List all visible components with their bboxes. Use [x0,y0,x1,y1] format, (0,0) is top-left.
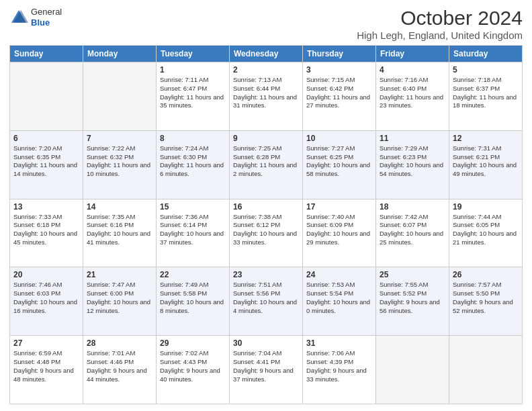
cell-info: Sunrise: 7:16 AM Sunset: 6:40 PM Dayligh… [380,76,445,110]
th-thursday: Thursday [303,46,376,62]
day-number: 29 [160,338,226,348]
title-block: October 2024 High Legh, England, United … [357,7,523,41]
cell-info: Sunrise: 7:24 AM Sunset: 6:30 PM Dayligh… [160,144,226,179]
cell-info: Sunrise: 7:29 AM Sunset: 6:23 PM Dayligh… [380,144,445,179]
cell-info: Sunrise: 7:46 AM Sunset: 6:03 PM Dayligh… [13,281,79,315]
calendar-table: Sunday Monday Tuesday Wednesday Thursday… [9,45,523,404]
day-number: 22 [160,270,226,279]
week-row-5: 27Sunrise: 6:59 AM Sunset: 4:48 PM Dayli… [10,336,523,404]
cell-info: Sunrise: 7:55 AM Sunset: 5:52 PM Dayligh… [380,281,445,315]
day-number: 24 [306,270,372,279]
cell-info: Sunrise: 7:47 AM Sunset: 6:00 PM Dayligh… [87,281,152,315]
day-number: 1 [160,65,226,75]
th-monday: Monday [83,46,157,62]
day-number: 17 [306,202,372,212]
day-number: 10 [306,134,372,143]
calendar-cell-w3-d0: 13Sunrise: 7:33 AM Sunset: 6:18 PM Dayli… [10,199,83,267]
th-friday: Friday [376,46,449,62]
day-number: 7 [87,134,152,143]
cell-info: Sunrise: 6:59 AM Sunset: 4:48 PM Dayligh… [13,349,79,383]
cell-info: Sunrise: 7:51 AM Sunset: 5:56 PM Dayligh… [233,281,299,315]
calendar-cell-w5-d0: 27Sunrise: 6:59 AM Sunset: 4:48 PM Dayli… [10,336,83,404]
day-number: 4 [380,65,445,75]
calendar-cell-w3-d6: 19Sunrise: 7:44 AM Sunset: 6:05 PM Dayli… [449,199,523,267]
calendar-cell-w1-d4: 3Sunrise: 7:15 AM Sunset: 6:42 PM Daylig… [303,62,376,131]
day-number: 12 [453,134,519,143]
cell-info: Sunrise: 7:33 AM Sunset: 6:18 PM Dayligh… [13,213,79,247]
subtitle: High Legh, England, United Kingdom [357,30,523,41]
calendar-cell-w2-d4: 10Sunrise: 7:27 AM Sunset: 6:25 PM Dayli… [303,130,376,199]
main-title: October 2024 [357,7,523,30]
cell-info: Sunrise: 7:20 AM Sunset: 6:35 PM Dayligh… [13,144,79,179]
page: General Blue October 2024 High Legh, Eng… [0,0,532,411]
day-number: 25 [380,270,445,279]
calendar-cell-w2-d5: 11Sunrise: 7:29 AM Sunset: 6:23 PM Dayli… [376,130,449,199]
calendar-cell-w4-d3: 23Sunrise: 7:51 AM Sunset: 5:56 PM Dayli… [230,267,303,336]
calendar-cell-w5-d1: 28Sunrise: 7:01 AM Sunset: 4:46 PM Dayli… [83,336,157,404]
cell-info: Sunrise: 7:44 AM Sunset: 6:05 PM Dayligh… [453,213,519,247]
calendar-cell-w4-d1: 21Sunrise: 7:47 AM Sunset: 6:00 PM Dayli… [83,267,157,336]
calendar-cell-w4-d6: 26Sunrise: 7:57 AM Sunset: 5:50 PM Dayli… [449,267,523,336]
calendar-cell-w3-d4: 17Sunrise: 7:40 AM Sunset: 6:09 PM Dayli… [303,199,376,267]
calendar-cell-w5-d5 [376,336,449,404]
calendar-cell-w2-d0: 6Sunrise: 7:20 AM Sunset: 6:35 PM Daylig… [10,130,83,199]
calendar-cell-w4-d0: 20Sunrise: 7:46 AM Sunset: 6:03 PM Dayli… [10,267,83,336]
day-number: 27 [13,338,79,348]
day-number: 5 [453,65,519,75]
day-number: 21 [87,270,152,279]
calendar-cell-w2-d3: 9Sunrise: 7:25 AM Sunset: 6:28 PM Daylig… [230,130,303,199]
calendar-cell-w5-d4: 31Sunrise: 7:06 AM Sunset: 4:39 PM Dayli… [303,336,376,404]
calendar-cell-w5-d6 [449,336,523,404]
cell-info: Sunrise: 7:25 AM Sunset: 6:28 PM Dayligh… [233,144,299,179]
day-number: 23 [233,270,299,279]
day-number: 31 [306,338,372,348]
logo-text: General Blue [31,7,62,28]
week-row-1: 1Sunrise: 7:11 AM Sunset: 6:47 PM Daylig… [10,62,523,131]
cell-info: Sunrise: 7:01 AM Sunset: 4:46 PM Dayligh… [87,349,152,383]
day-number: 19 [453,202,519,212]
cell-info: Sunrise: 7:57 AM Sunset: 5:50 PM Dayligh… [453,281,519,315]
calendar-cell-w3-d3: 16Sunrise: 7:38 AM Sunset: 6:12 PM Dayli… [230,199,303,267]
header: General Blue October 2024 High Legh, Eng… [9,7,523,41]
cell-info: Sunrise: 7:27 AM Sunset: 6:25 PM Dayligh… [306,144,372,179]
week-row-4: 20Sunrise: 7:46 AM Sunset: 6:03 PM Dayli… [10,267,523,336]
cell-info: Sunrise: 7:49 AM Sunset: 5:58 PM Dayligh… [160,281,226,315]
day-number: 28 [87,338,152,348]
day-number: 2 [233,65,299,75]
week-row-2: 6Sunrise: 7:20 AM Sunset: 6:35 PM Daylig… [10,130,523,199]
cell-info: Sunrise: 7:13 AM Sunset: 6:44 PM Dayligh… [233,76,299,110]
cell-info: Sunrise: 7:11 AM Sunset: 6:47 PM Dayligh… [160,76,226,110]
calendar-cell-w2-d1: 7Sunrise: 7:22 AM Sunset: 6:32 PM Daylig… [83,130,157,199]
day-number: 26 [453,270,519,279]
cell-info: Sunrise: 7:22 AM Sunset: 6:32 PM Dayligh… [87,144,152,179]
calendar-cell-w3-d5: 18Sunrise: 7:42 AM Sunset: 6:07 PM Dayli… [376,199,449,267]
cell-info: Sunrise: 7:06 AM Sunset: 4:39 PM Dayligh… [306,349,372,383]
day-number: 18 [380,202,445,212]
calendar-cell-w2-d6: 12Sunrise: 7:31 AM Sunset: 6:21 PM Dayli… [449,130,523,199]
calendar-cell-w2-d2: 8Sunrise: 7:24 AM Sunset: 6:30 PM Daylig… [157,130,230,199]
day-number: 8 [160,134,226,143]
calendar-cell-w1-d0 [10,62,83,131]
logo-icon [9,8,28,27]
calendar-cell-w3-d2: 15Sunrise: 7:36 AM Sunset: 6:14 PM Dayli… [157,199,230,267]
cell-info: Sunrise: 7:42 AM Sunset: 6:07 PM Dayligh… [380,213,445,247]
calendar-cell-w1-d1 [83,62,157,131]
day-number: 20 [13,270,79,279]
th-tuesday: Tuesday [157,46,230,62]
cell-info: Sunrise: 7:36 AM Sunset: 6:14 PM Dayligh… [160,213,226,247]
logo-general: General [31,7,62,17]
calendar-cell-w5-d2: 29Sunrise: 7:02 AM Sunset: 4:43 PM Dayli… [157,336,230,404]
th-sunday: Sunday [10,46,83,62]
day-number: 3 [306,65,372,75]
calendar-cell-w1-d3: 2Sunrise: 7:13 AM Sunset: 6:44 PM Daylig… [230,62,303,131]
week-row-3: 13Sunrise: 7:33 AM Sunset: 6:18 PM Dayli… [10,199,523,267]
cell-info: Sunrise: 7:38 AM Sunset: 6:12 PM Dayligh… [233,213,299,247]
cell-info: Sunrise: 7:40 AM Sunset: 6:09 PM Dayligh… [306,213,372,247]
cell-info: Sunrise: 7:04 AM Sunset: 4:41 PM Dayligh… [233,349,299,383]
day-number: 11 [380,134,445,143]
cell-info: Sunrise: 7:02 AM Sunset: 4:43 PM Dayligh… [160,349,226,383]
calendar-cell-w4-d2: 22Sunrise: 7:49 AM Sunset: 5:58 PM Dayli… [157,267,230,336]
th-saturday: Saturday [449,46,523,62]
day-number: 13 [13,202,79,212]
day-number: 6 [13,134,79,143]
